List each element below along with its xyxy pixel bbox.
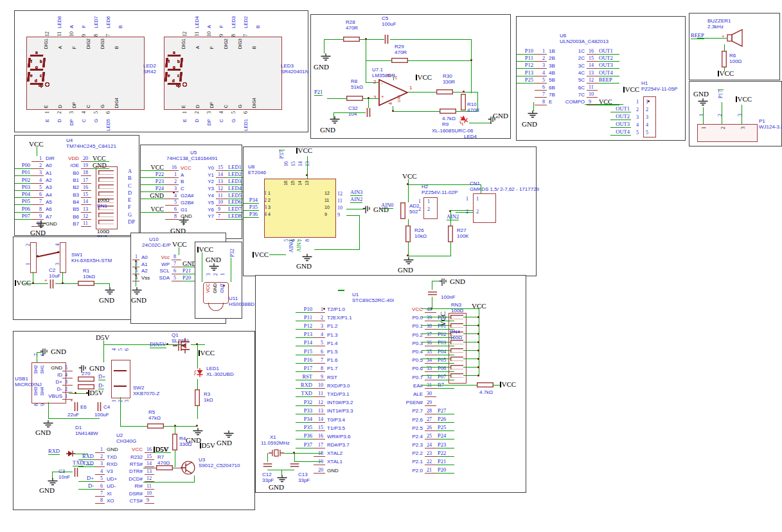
pin-name: DIR bbox=[44, 155, 60, 161]
pin-name: 3B bbox=[547, 63, 564, 69]
resistor-r28[interactable] bbox=[343, 37, 360, 42]
pin-name: Y5 bbox=[200, 200, 216, 206]
net-label: P12 bbox=[517, 62, 535, 69]
u4-part: TM74HC245_C84121 bbox=[66, 144, 116, 150]
resistor-r6[interactable] bbox=[722, 51, 727, 67]
pin-row: P01 3 A1 B0 18 bbox=[15, 170, 109, 177]
connector-h2[interactable] bbox=[423, 197, 438, 219]
pin-number: 11 bbox=[57, 31, 62, 37]
net-ain0: AIN0 bbox=[381, 202, 393, 209]
pin-number: 13 bbox=[216, 179, 227, 185]
net-label: P01 bbox=[15, 170, 31, 176]
pin-name: RXD/P3.0 bbox=[325, 383, 386, 389]
capacitor-c13[interactable] bbox=[290, 462, 299, 469]
trimmer-ad2[interactable] bbox=[400, 202, 405, 219]
ic-u6[interactable]: P10 1 1B 1C 16 OUT1 P11 2 2B 2C 15 OUT2 … bbox=[517, 48, 619, 105]
pin-name: CTS# bbox=[124, 498, 145, 504]
ic-u1[interactable]: P10 1 T2/P1.0 VCC 40 P11 2 T2EX/P1.1 P0.… bbox=[296, 305, 454, 475]
u5-part: 74HC138_C18164491 bbox=[166, 156, 218, 162]
capacitor-c4[interactable] bbox=[96, 402, 103, 411]
mosfet-q1[interactable] bbox=[172, 338, 191, 353]
gnd-label: GND bbox=[131, 297, 147, 303]
pin-number: 2 bbox=[373, 80, 376, 85]
pin-number: 6 bbox=[95, 483, 105, 490]
pin-name: INT0#/P3.2 bbox=[325, 400, 386, 405]
inverting-mark: - bbox=[381, 81, 383, 87]
sw1-pole[interactable] bbox=[30, 242, 37, 273]
buzzer-block: BUZZER1 2.3kHz BEEP + R6 100Ω VCC bbox=[689, 13, 780, 80]
resistor-r3[interactable] bbox=[195, 389, 200, 406]
pin-number: 2 bbox=[57, 111, 62, 114]
net-label: OUT2 bbox=[610, 114, 631, 120]
seg-letter: c bbox=[177, 73, 179, 78]
inner-pin-name: A bbox=[58, 39, 62, 49]
capacitor-c12[interactable] bbox=[263, 462, 272, 469]
speaker-symbol[interactable] bbox=[727, 29, 743, 48]
pin-number: 24 bbox=[425, 442, 436, 448]
u3-part: S9012_C5204710 bbox=[199, 463, 240, 469]
seven-seg-display-led2[interactable]: DIG1AFDIG2DIG3B a f b g e c d dp a f bbox=[26, 37, 145, 110]
resistor-r8[interactable] bbox=[346, 96, 363, 101]
resistor-r4[interactable] bbox=[172, 434, 177, 450]
pin-row: P13 4 4B 4C 13 OUT4 bbox=[517, 69, 619, 76]
capacitor-c32[interactable] bbox=[365, 108, 372, 117]
net-label: D- bbox=[78, 483, 95, 490]
vcc-label: VCC bbox=[197, 246, 213, 253]
pin-name: P0.7 bbox=[386, 375, 425, 380]
pin-row: P06 8 A6 B5 13 bbox=[15, 206, 109, 213]
seven-seg-display-led3[interactable]: DIG1AFDIG2DIG3B a f b g e c d dp a f bbox=[164, 37, 282, 110]
pin-number: 23 bbox=[425, 450, 436, 457]
ic-u4[interactable]: 1 DIR VDD 20 VCC P00 2 A0 /OE 19 GND P01… bbox=[15, 155, 109, 227]
led3-top-pins: 12LED411A10F9LED38LED27B bbox=[178, 12, 263, 37]
ic-u5[interactable]: VCC 16 VCC Y0 15 LED1 P22 1 A Y1 14 LED2… bbox=[141, 164, 247, 220]
pin-number: 28 bbox=[425, 408, 436, 414]
pin-number: 4 bbox=[95, 468, 105, 475]
pin-name: P0.1 bbox=[386, 323, 425, 329]
net-label: P13 bbox=[517, 70, 535, 76]
pin-number: 6 bbox=[105, 111, 111, 114]
resistor-r5[interactable] bbox=[147, 423, 164, 429]
vcc-label: VCC bbox=[416, 74, 432, 80]
inner-top-labels: DIG1AFDIG2DIG3B bbox=[44, 39, 119, 49]
p1-block: GND P17 VCC 1 2 3 1 2 3 P1 WJ124-3.81-3P bbox=[689, 81, 782, 146]
connector-h1[interactable] bbox=[643, 96, 656, 137]
diode-d1[interactable] bbox=[66, 450, 75, 457]
led4-symbol[interactable] bbox=[457, 114, 470, 128]
resistor-r10[interactable] bbox=[461, 94, 466, 111]
capacitor-100nF[interactable] bbox=[428, 290, 437, 297]
resistor-r7[interactable] bbox=[156, 465, 173, 470]
pin-number: 3 bbox=[55, 263, 60, 265]
pin-number: 5 bbox=[535, 77, 547, 84]
sw1-pole[interactable] bbox=[60, 242, 66, 273]
resistor-r26[interactable] bbox=[405, 226, 411, 242]
pin-row: D- 6 UD- RI# 11 bbox=[78, 483, 171, 490]
resistor-r30[interactable] bbox=[436, 89, 453, 94]
usb-series-resistor[interactable] bbox=[78, 377, 94, 382]
net-label: RST bbox=[296, 374, 314, 380]
gnd-label: GND bbox=[206, 256, 221, 263]
pin-number: 10 bbox=[145, 490, 154, 497]
capacitor-c2[interactable] bbox=[48, 279, 55, 288]
capacitor-e6[interactable] bbox=[73, 402, 80, 411]
net-label: P24 bbox=[141, 186, 165, 192]
ic-u10[interactable]: 1 A0 Vcc 8 2 A1 WP 7 GND 3 A2 SCL 6 P21 bbox=[131, 254, 199, 281]
crystal-x1[interactable] bbox=[269, 449, 284, 457]
pin-row: 7 7B 7C 10 bbox=[517, 91, 619, 98]
c2-value: 10uF bbox=[49, 274, 60, 279]
transistor-u3[interactable] bbox=[181, 460, 196, 475]
resistor-r1[interactable] bbox=[78, 281, 94, 286]
vcc-label: VCC bbox=[402, 173, 417, 179]
resistor-4k7[interactable] bbox=[477, 382, 493, 387]
capacitor-c5[interactable] bbox=[383, 35, 390, 44]
led1-symbol[interactable] bbox=[194, 368, 203, 378]
resistor-r27[interactable] bbox=[448, 226, 453, 242]
net-p32: P32 bbox=[229, 249, 235, 257]
resistor-r9[interactable] bbox=[440, 109, 456, 114]
net-rxd: RXD bbox=[48, 448, 60, 455]
resistor-r29[interactable] bbox=[391, 58, 408, 63]
net-label: BEEP bbox=[598, 77, 619, 84]
pin-name: SCL bbox=[154, 268, 172, 274]
switch-sw2-body[interactable] bbox=[111, 360, 130, 398]
pin-name: VDD bbox=[60, 155, 81, 161]
pin-number: 3 bbox=[124, 400, 130, 402]
